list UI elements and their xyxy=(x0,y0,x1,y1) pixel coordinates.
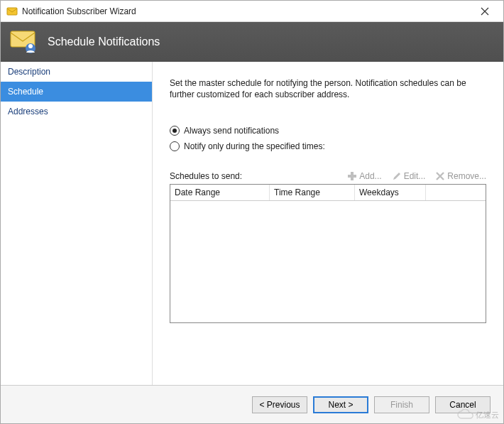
col-time-range[interactable]: Time Range xyxy=(270,185,355,200)
col-date-range[interactable]: Date Range xyxy=(170,185,270,200)
schedules-label: Schedules to send: xyxy=(170,171,337,181)
col-weekdays[interactable]: Weekdays xyxy=(355,185,426,200)
cloud-icon xyxy=(456,409,476,420)
remove-button[interactable]: Remove... xyxy=(435,171,486,181)
radio-unselected-icon xyxy=(170,141,180,151)
titlebar: Notification Subscriber Wizard xyxy=(1,1,503,22)
pencil-icon xyxy=(392,171,402,181)
edit-button[interactable]: Edit... xyxy=(392,171,426,181)
close-button[interactable] xyxy=(471,1,499,21)
col-spacer xyxy=(426,185,486,200)
sidebar-item-description[interactable]: Description xyxy=(1,62,152,82)
grid-header: Date Range Time Range Weekdays xyxy=(170,185,486,201)
svg-rect-0 xyxy=(7,8,17,15)
svg-rect-5 xyxy=(348,175,356,178)
schedules-grid[interactable]: Date Range Time Range Weekdays xyxy=(170,184,486,323)
previous-button[interactable]: < Previous xyxy=(252,396,307,413)
radio-selected-icon xyxy=(170,126,180,136)
plus-icon xyxy=(347,171,357,181)
radio-always-label: Always send notifications xyxy=(184,126,279,136)
svg-point-3 xyxy=(28,44,33,48)
add-button[interactable]: Add... xyxy=(347,171,381,181)
sidebar-item-schedule[interactable]: Schedule xyxy=(1,82,152,102)
wizard-header: Schedule Notifications xyxy=(1,22,503,62)
window-title: Notification Subscriber Wizard xyxy=(22,6,471,16)
sidebar-item-addresses[interactable]: Addresses xyxy=(1,102,152,121)
watermark: 亿速云 xyxy=(456,409,499,420)
radio-specified-label: Notify only during the specified times: xyxy=(184,141,325,151)
radio-specified-times[interactable]: Notify only during the specified times: xyxy=(170,141,486,151)
radio-always-send[interactable]: Always send notifications xyxy=(170,126,486,136)
page-title: Schedule Notifications xyxy=(48,36,160,48)
next-button[interactable]: Next > xyxy=(313,396,368,413)
content-panel: Set the master schedule for notifying th… xyxy=(153,62,503,385)
finish-button[interactable]: Finish xyxy=(374,396,429,413)
app-icon xyxy=(6,6,18,17)
envelope-user-icon xyxy=(9,27,39,57)
wizard-footer: < Previous Next > Finish Cancel xyxy=(1,385,503,423)
wizard-steps-sidebar: Description Schedule Addresses xyxy=(1,62,153,385)
x-icon xyxy=(435,171,445,181)
intro-text: Set the master schedule for notifying th… xyxy=(170,77,482,100)
